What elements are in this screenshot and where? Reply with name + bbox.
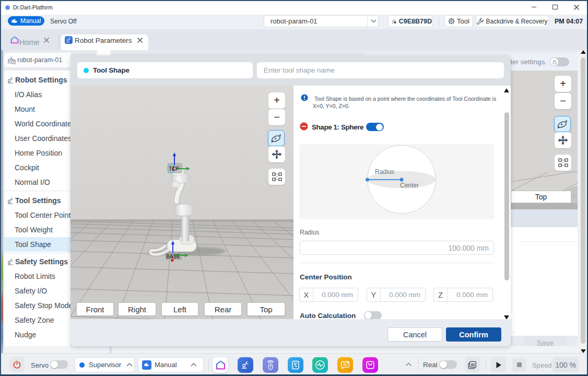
svg-text:TCP: TCP <box>169 166 179 172</box>
svg-text:Center: Center <box>400 182 419 189</box>
svg-text:3D: 3D <box>471 363 475 367</box>
svg-text:Radius: Radius <box>375 168 394 175</box>
svg-text:BASE: BASE <box>166 254 180 260</box>
